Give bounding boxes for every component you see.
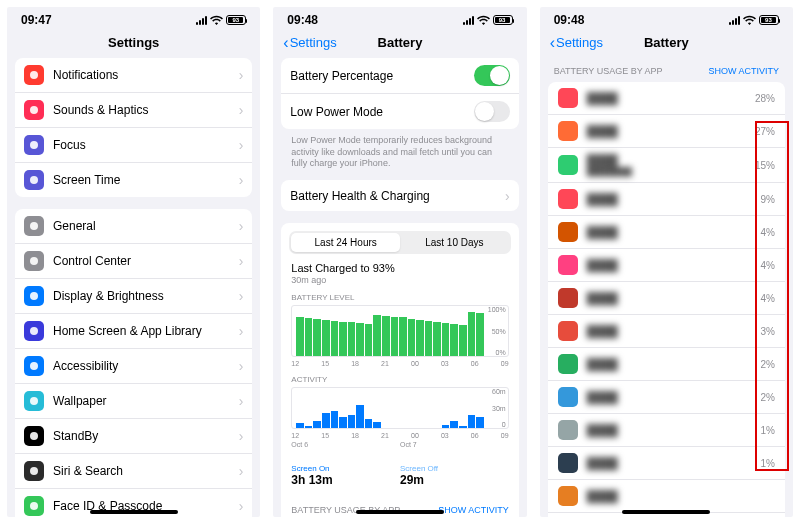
app-usage-row[interactable]: ████4%	[548, 249, 785, 282]
svg-point-10	[30, 432, 38, 440]
back-button[interactable]: ‹Settings	[550, 35, 603, 51]
home-indicator[interactable]	[622, 510, 710, 514]
back-button[interactable]: ‹Settings	[283, 35, 336, 51]
app-name: ████	[587, 193, 761, 205]
status-bar: 09:47 93	[7, 7, 260, 29]
settings-row-wallpaper[interactable]: Wallpaper›	[15, 384, 252, 419]
settings-list[interactable]: Notifications›Sounds & Haptics›Focus›Scr…	[7, 58, 260, 517]
tab-24h[interactable]: Last 24 Hours	[291, 233, 400, 252]
app-percentage: 15%	[755, 160, 775, 171]
activity-chart[interactable]: 60m30m0	[291, 387, 508, 429]
app-usage-row[interactable]: ████2%	[548, 381, 785, 414]
settings-row-general[interactable]: General›	[15, 209, 252, 244]
status-bar: 09:48 93	[273, 7, 526, 29]
app-name: ████	[587, 92, 755, 104]
wifi-icon	[477, 15, 490, 25]
show-activity-button[interactable]: SHOW ACTIVITY	[708, 66, 779, 76]
home-indicator[interactable]	[90, 510, 178, 514]
app-percentage: 3%	[761, 326, 775, 337]
battery-level-label: BATTERY LEVEL	[291, 293, 508, 302]
app-icon	[558, 453, 578, 473]
row-label: Siri & Search	[53, 464, 239, 478]
app-usage-row[interactable]: ████	[548, 480, 785, 513]
settings-row-notifications[interactable]: Notifications›	[15, 58, 252, 93]
moon-icon	[24, 135, 44, 155]
app-usage-row[interactable]: ████████████15%	[548, 148, 785, 183]
app-usage-row[interactable]: ████2%	[548, 348, 785, 381]
speaker-icon	[24, 100, 44, 120]
app-percentage: 1%	[761, 425, 775, 436]
settings-row-control-center[interactable]: Control Center›	[15, 244, 252, 279]
text-icon	[24, 286, 44, 306]
app-name: ████	[587, 125, 755, 137]
battery-percentage-row[interactable]: Battery Percentage	[281, 58, 518, 94]
nav-bar: ‹Settings Battery	[273, 29, 526, 58]
battery-health-row[interactable]: Battery Health & Charging ›	[281, 180, 518, 211]
app-icon	[558, 255, 578, 275]
svg-point-12	[30, 502, 38, 510]
settings-row-display-brightness[interactable]: Display & Brightness›	[15, 279, 252, 314]
chevron-right-icon: ›	[239, 358, 244, 374]
screen-battery-apps: 09:48 93 ‹Settings Battery BATTERY USAGE…	[540, 7, 793, 517]
app-usage-row[interactable]: ████1%	[548, 447, 785, 480]
app-usage-row[interactable]: ████3%	[548, 315, 785, 348]
app-icon	[558, 88, 578, 108]
app-icon	[558, 486, 578, 506]
battery-chart-card: Last 24 Hours Last 10 Days Last Charged …	[281, 223, 518, 517]
settings-row-screen-time[interactable]: Screen Time›	[15, 163, 252, 197]
svg-point-9	[30, 397, 38, 405]
app-icon	[558, 387, 578, 407]
row-label: Accessibility	[53, 359, 239, 373]
app-icon	[558, 288, 578, 308]
show-activity-button[interactable]: SHOW ACTIVITY	[438, 505, 509, 515]
app-icon	[558, 222, 578, 242]
gear-icon	[24, 216, 44, 236]
app-usage-row[interactable]: ████4%	[548, 216, 785, 249]
app-icon	[558, 321, 578, 341]
settings-row-sounds-haptics[interactable]: Sounds & Haptics›	[15, 93, 252, 128]
chevron-right-icon: ›	[239, 463, 244, 479]
app-percentage: 4%	[761, 227, 775, 238]
svg-point-3	[30, 176, 38, 184]
app-name: ████	[587, 424, 761, 436]
app-usage-row[interactable]: ████27%	[548, 115, 785, 148]
chevron-right-icon: ›	[239, 172, 244, 188]
app-icon	[558, 354, 578, 374]
app-name: ████	[587, 391, 761, 403]
settings-row-accessibility[interactable]: Accessibility›	[15, 349, 252, 384]
svg-point-8	[30, 362, 38, 370]
row-label: Control Center	[53, 254, 239, 268]
battery-level-chart[interactable]: 100%50%0%	[291, 305, 508, 357]
svg-point-1	[30, 106, 38, 114]
app-usage-row[interactable]: ████9%	[548, 183, 785, 216]
tab-10d[interactable]: Last 10 Days	[400, 233, 509, 252]
home-indicator[interactable]	[356, 510, 444, 514]
low-power-mode-row[interactable]: Low Power Mode	[281, 94, 518, 129]
row-label: Home Screen & App Library	[53, 324, 239, 338]
settings-row-standby[interactable]: StandBy›	[15, 419, 252, 454]
grid-icon	[24, 321, 44, 341]
wifi-icon	[743, 15, 756, 25]
chevron-right-icon: ›	[239, 428, 244, 444]
signal-icon	[729, 16, 740, 25]
row-label: Display & Brightness	[53, 289, 239, 303]
charge-subtitle: 30m ago	[291, 275, 508, 285]
chevron-right-icon: ›	[239, 102, 244, 118]
app-percentage: 2%	[761, 392, 775, 403]
status-time: 09:47	[21, 13, 52, 27]
battery-percentage-toggle[interactable]	[474, 65, 510, 86]
app-usage-row[interactable]: ████1%	[548, 414, 785, 447]
page-title: Battery	[378, 35, 423, 50]
settings-row-focus[interactable]: Focus›	[15, 128, 252, 163]
app-usage-row[interactable]: ████28%	[548, 82, 785, 115]
app-name: ████	[587, 490, 775, 502]
clock-icon	[24, 426, 44, 446]
svg-point-5	[30, 257, 38, 265]
low-power-toggle[interactable]	[474, 101, 510, 122]
app-name: ████	[587, 457, 761, 469]
chevron-right-icon: ›	[239, 67, 244, 83]
app-usage-row[interactable]: ████4%	[548, 282, 785, 315]
settings-row-siri-search[interactable]: Siri & Search›	[15, 454, 252, 489]
settings-row-home-screen-app-library[interactable]: Home Screen & App Library›	[15, 314, 252, 349]
time-range-segment[interactable]: Last 24 Hours Last 10 Days	[289, 231, 510, 254]
